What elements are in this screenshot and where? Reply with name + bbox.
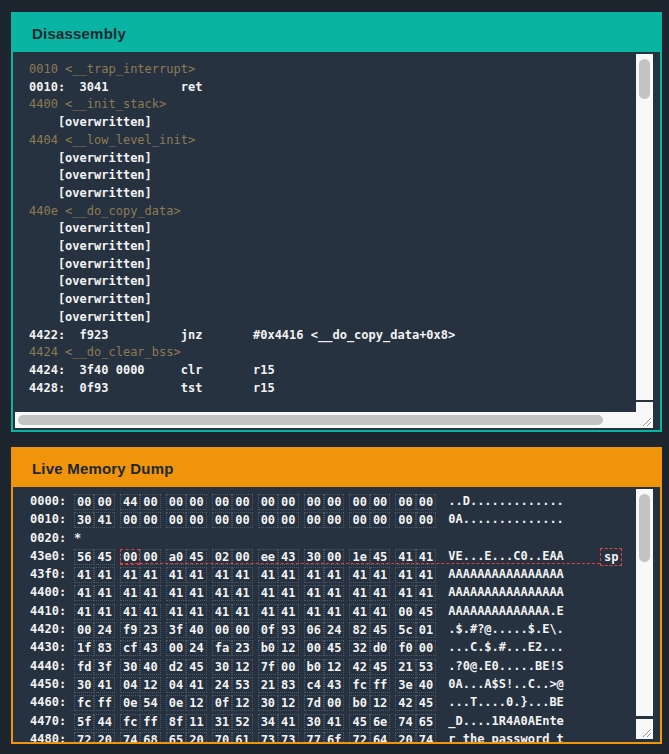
memory-byte: 56 <box>74 549 94 565</box>
memory-word: 2183 <box>258 677 299 693</box>
memory-byte: 5f <box>74 714 94 730</box>
memory-byte: 5c <box>395 622 415 638</box>
memory-byte: 00 <box>74 622 94 638</box>
memory-byte: 04 <box>166 677 186 693</box>
memory-byte: 00 <box>304 512 324 528</box>
memory-row-0020: 0020:* <box>30 531 630 549</box>
memory-byte: 41 <box>395 567 415 583</box>
memory-byte: 41 <box>120 585 140 601</box>
memory-byte: 00 <box>416 494 436 510</box>
memory-byte: 77 <box>304 732 324 742</box>
memory-address: 43e0: <box>30 549 74 563</box>
memory-byte: 53 <box>416 659 436 675</box>
memory-word: 0045 <box>395 604 436 620</box>
memory-byte: 24 <box>212 677 232 693</box>
disasm-line-label: 4404 <__low_level_init> <box>29 132 630 150</box>
vertical-scrollbar-track[interactable] <box>636 489 653 716</box>
memory-ascii: 0A...A$S!..C..>@ <box>448 677 564 691</box>
memory-word: d245 <box>166 659 207 675</box>
memory-byte: 72 <box>349 732 369 742</box>
memory-byte: 64 <box>370 732 390 742</box>
horizontal-scrollbar-track[interactable] <box>15 412 636 428</box>
memory-word: b012 <box>304 659 345 675</box>
memory-word: 4141 <box>166 604 207 620</box>
memory-byte: 41 <box>370 567 390 583</box>
memory-byte: 65 <box>416 714 436 730</box>
vertical-scrollbar-track[interactable] <box>636 54 653 400</box>
memory-ascii: AAAAAAAAAAAAAAAA <box>448 567 564 581</box>
memory-byte: 41 <box>304 567 324 583</box>
memory-word: 0e12 <box>166 695 207 711</box>
memory-byte: 12 <box>232 659 252 675</box>
memory-byte: 41 <box>94 677 114 693</box>
memory-byte: 20 <box>395 732 415 742</box>
memory-word: 0000 <box>258 512 299 528</box>
disasm-line-label: 440e <__do_copy_data> <box>29 203 630 221</box>
memory-byte: 00 <box>304 640 324 656</box>
memory-byte: 00 <box>186 494 206 510</box>
memory-byte: 41 <box>258 567 278 583</box>
memory-byte: 45 <box>94 549 114 565</box>
memory-byte: 00 <box>140 494 160 510</box>
memory-byte: 41 <box>94 512 114 528</box>
memory-byte: 41 <box>186 567 206 583</box>
memory-byte: 24 <box>186 640 206 656</box>
memory-byte: 12 <box>140 677 160 693</box>
memory-byte: 52 <box>232 714 252 730</box>
memory-word: 7220 <box>74 732 115 742</box>
disassembly-content[interactable]: 0010 <__trap_interrupt>0010: 3041 ret440… <box>13 52 660 430</box>
memory-byte: 41 <box>74 567 94 583</box>
resize-grip[interactable] <box>636 402 653 428</box>
memory-byte: 30 <box>120 659 140 675</box>
memory-byte: fc <box>349 677 369 693</box>
memory-address: 0020: <box>30 531 74 545</box>
vertical-scrollbar-thumb[interactable] <box>639 494 650 562</box>
memory-word: 7061 <box>212 732 253 742</box>
memory-word: 3f40 <box>166 622 207 638</box>
memory-address: 4470: <box>30 714 74 728</box>
disasm-line-insn: 4422: f923 jnz #0x4416 <__do_copy_data+0… <box>29 327 630 345</box>
memory-row-43f0: 43f0:41414141414141414141414141414141AAA… <box>30 567 630 585</box>
memory-word: 0000 <box>212 622 253 638</box>
memory-byte: 12 <box>324 659 344 675</box>
memory-word: 4141 <box>212 604 253 620</box>
memory-byte: 41 <box>186 604 206 620</box>
memory-byte: 00 <box>370 512 390 528</box>
memory-word: 7465 <box>395 714 436 730</box>
horizontal-scrollbar-thumb[interactable] <box>18 415 603 425</box>
memory-ascii: ...C.$.#...E2... <box>448 640 564 654</box>
memory-byte: 23 <box>140 622 160 638</box>
memory-byte: 00 <box>74 494 94 510</box>
memory-byte: 23 <box>232 640 252 656</box>
memory-word: 776f <box>304 732 345 742</box>
memory-byte: 01 <box>416 622 436 638</box>
memory-byte: 41 <box>349 567 369 583</box>
vertical-scrollbar-thumb[interactable] <box>639 59 650 99</box>
memory-word: 8245 <box>349 622 390 638</box>
disasm-line-overwritten: [overwritten] <box>29 150 630 168</box>
memory-byte: b0 <box>349 695 369 711</box>
disassembly-panel: Disassembly 0010 <__trap_interrupt>0010:… <box>11 12 662 432</box>
memory-byte: 41 <box>120 567 140 583</box>
memory-byte: 41 <box>74 604 94 620</box>
memory-byte: 41 <box>258 604 278 620</box>
memory-dump-content[interactable]: 0000:00004400000000000000000000000000..D… <box>13 487 660 742</box>
memory-row-0000: 0000:00004400000000000000000000000000..D… <box>30 494 630 512</box>
memory-byte: 45 <box>370 659 390 675</box>
memory-byte: 11 <box>186 714 206 730</box>
memory-byte: 74 <box>395 714 415 730</box>
memory-byte: cf <box>120 640 140 656</box>
memory-word: cf43 <box>120 640 161 656</box>
memory-byte: 41 <box>212 585 232 601</box>
disasm-line-label: 4424 <__do_clear_bss> <box>29 344 630 362</box>
resize-grip[interactable] <box>636 719 653 739</box>
memory-byte: 41 <box>166 567 186 583</box>
memory-byte: 3e <box>395 677 415 693</box>
memory-word: fcff <box>349 677 390 693</box>
memory-word: 3041 <box>304 714 345 730</box>
memory-word: 0e54 <box>120 695 161 711</box>
memory-byte: f0 <box>395 640 415 656</box>
memory-row-4430: 4430:1f83cf430024fa23b012004532d0f000...… <box>30 640 630 658</box>
memory-byte: 72 <box>74 732 94 742</box>
memory-word: 3041 <box>74 512 115 528</box>
